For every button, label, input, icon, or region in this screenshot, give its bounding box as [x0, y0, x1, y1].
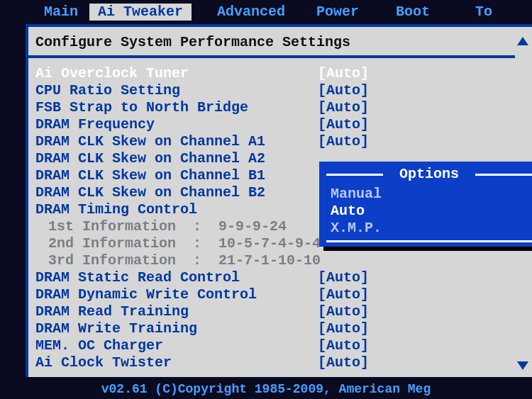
- tab-main[interactable]: Main: [35, 4, 87, 21]
- menu-bar: MainAi TweakerAdvancedPowerBootTo: [0, 3, 532, 21]
- tab-power[interactable]: Power: [308, 4, 367, 21]
- setting-value: [Auto]: [318, 116, 369, 133]
- setting-value: [Auto]: [318, 337, 369, 354]
- setting-row[interactable]: DRAM Read Training[Auto]: [35, 303, 532, 320]
- option-xmp[interactable]: X.M.P.: [326, 220, 532, 237]
- scroll-down-icon[interactable]: [517, 361, 528, 370]
- setting-row[interactable]: DRAM CLK Skew on Channel A1[Auto]: [35, 133, 532, 150]
- setting-value: [Auto]: [318, 286, 369, 303]
- setting-row[interactable]: Ai Clock Twister[Auto]: [35, 354, 532, 371]
- setting-label: FSB Strap to North Bridge: [35, 99, 318, 116]
- setting-row[interactable]: DRAM Frequency[Auto]: [35, 116, 532, 133]
- option-auto[interactable]: Auto: [326, 203, 532, 220]
- setting-label: CPU Ratio Setting: [35, 82, 318, 99]
- setting-value: [Auto]: [318, 303, 369, 320]
- setting-label: DRAM CLK Skew on Channel B2: [35, 184, 318, 201]
- popup-title: Options: [326, 166, 532, 183]
- tab-advanced[interactable]: Advanced: [209, 4, 294, 21]
- setting-row[interactable]: DRAM Dynamic Write Control[Auto]: [35, 286, 532, 303]
- setting-row[interactable]: MEM. OC Charger[Auto]: [35, 337, 532, 354]
- setting-value: [Auto]: [318, 133, 369, 150]
- setting-value: [Auto]: [318, 320, 369, 337]
- setting-row[interactable]: DRAM Static Read Control[Auto]: [35, 269, 532, 286]
- tab-to[interactable]: To: [467, 4, 501, 21]
- setting-row[interactable]: Ai Overclock Tuner[Auto]: [35, 65, 532, 82]
- setting-label: MEM. OC Charger: [35, 337, 318, 354]
- setting-label: DRAM CLK Skew on Channel B1: [35, 167, 318, 184]
- setting-label: DRAM Write Training: [35, 320, 318, 337]
- setting-label: DRAM CLK Skew on Channel A2: [35, 150, 318, 167]
- setting-label: DRAM Read Training: [35, 303, 318, 320]
- setting-value: [Auto]: [318, 82, 369, 99]
- setting-row[interactable]: FSB Strap to North Bridge[Auto]: [35, 99, 532, 116]
- setting-row[interactable]: DRAM Write Training[Auto]: [35, 320, 532, 337]
- setting-value: [Auto]: [318, 65, 369, 82]
- setting-value: [Auto]: [318, 99, 369, 116]
- setting-row[interactable]: CPU Ratio Setting[Auto]: [35, 82, 532, 99]
- setting-label: Ai Overclock Tuner: [35, 65, 318, 82]
- setting-label: DRAM Static Read Control: [35, 269, 318, 286]
- option-manual[interactable]: Manual: [326, 186, 532, 203]
- setting-value: [318, 252, 331, 269]
- setting-label: DRAM CLK Skew on Channel A1: [35, 133, 318, 150]
- copyright-footer: v02.61 (C)Copyright 1985-2009, American …: [0, 379, 532, 399]
- tab-ai-tweaker[interactable]: Ai Tweaker: [89, 4, 192, 21]
- setting-label: Ai Clock Twister: [35, 354, 318, 371]
- panel-title: Configure System Performance Settings: [28, 27, 515, 58]
- info-row: 3rd Information : 21-7-1-10-10: [35, 252, 532, 269]
- setting-label: DRAM Dynamic Write Control: [35, 286, 318, 303]
- scroll-up-icon[interactable]: [517, 37, 528, 45]
- setting-label: DRAM Timing Control: [35, 201, 318, 218]
- setting-label: 3rd Information : 21-7-1-10-10: [35, 252, 318, 269]
- setting-value: [Auto]: [318, 354, 369, 371]
- tab-boot[interactable]: Boot: [387, 4, 438, 21]
- options-popup: Options ManualAutoX.M.P.: [319, 162, 532, 247]
- setting-label: 1st Information : 9-9-9-24: [35, 218, 318, 235]
- setting-label: 2nd Information : 10-5-7-4-9-4-7: [35, 235, 318, 252]
- settings-panel: Configure System Performance Settings Ai…: [26, 24, 532, 377]
- setting-value: [Auto]: [318, 269, 369, 286]
- setting-label: DRAM Frequency: [35, 116, 318, 133]
